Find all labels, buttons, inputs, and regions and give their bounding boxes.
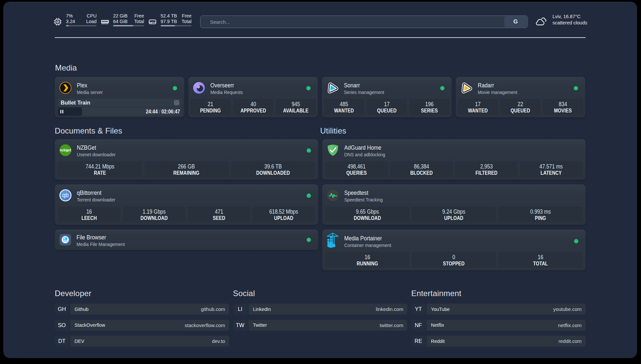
svg-text:nzbget: nzbget xyxy=(60,148,71,152)
svg-text:qb: qb xyxy=(62,192,69,198)
